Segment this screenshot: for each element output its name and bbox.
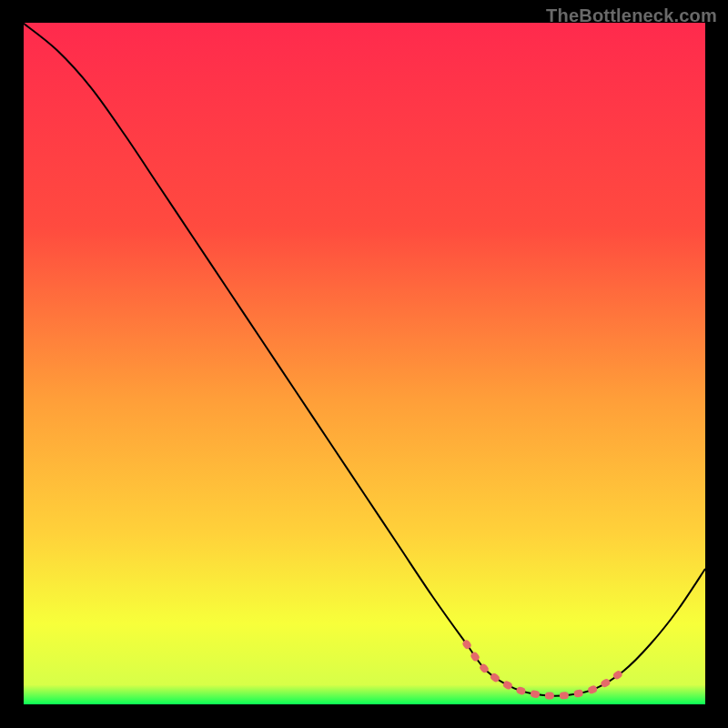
- bottleneck-chart: [23, 23, 705, 705]
- gradient-background: [23, 23, 705, 705]
- chart-container: [23, 23, 705, 705]
